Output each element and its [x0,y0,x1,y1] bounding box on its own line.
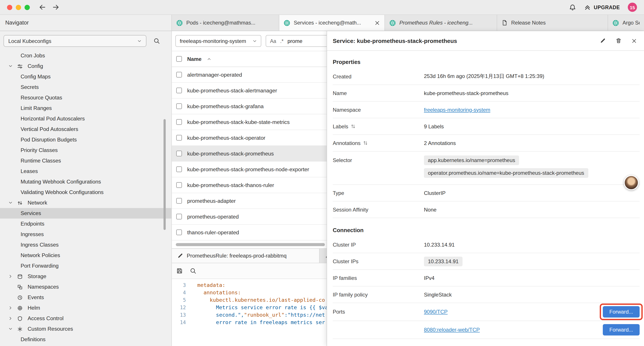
row-checkbox[interactable] [176,88,182,93]
back-icon[interactable] [38,3,46,11]
tab-label: Pods - icecheng@mathmas... [186,20,274,26]
sidebar-item-namespaces[interactable]: Namespaces [0,282,172,292]
sidebar-item-config[interactable]: Config [0,61,172,71]
sidebar-item-validating-webhook-configurations[interactable]: Validating Webhook Configurations [0,187,172,198]
edit-icon[interactable] [600,38,606,44]
tab-prometheus-rules-icecheng[interactable]: Prometheus Rules - icecheng... [385,15,497,31]
detail-row-name: Namekube-prometheus-stack-prometheus [333,85,640,102]
sort-toggle-icon[interactable] [363,141,368,145]
horizontal-scrollbar-thumb[interactable] [176,243,325,246]
sort-ascending-icon[interactable] [207,57,211,61]
regex-toggle[interactable]: .* [280,38,284,43]
sidebar-scrollbar[interactable] [164,119,166,230]
detail-label: Labels [333,123,424,129]
sidebar-item-events[interactable]: Events [0,292,172,303]
sidebar-item-horizontal-pod-autoscalers[interactable]: Horizontal Pod Autoscalers [0,113,172,124]
sidebar-item-network[interactable]: Network [0,198,172,208]
sidebar-item-resource-quotas[interactable]: Resource Quotas [0,92,172,103]
sidebar-item-access-control[interactable]: Access Control [0,313,172,324]
sidebar-item-services[interactable]: Services [0,208,172,219]
row-checkbox[interactable] [176,198,182,204]
line-number: 5 [172,297,191,304]
kubeconfig-selector[interactable]: Local Kubeconfigs [4,35,146,47]
close-window-button[interactable] [7,4,12,10]
chevron-expanded-icon[interactable] [8,64,14,68]
upgrade-button[interactable]: UPGRADE [584,4,620,11]
chevron-expanded-icon[interactable] [8,327,14,331]
detail-row-labels: Labels9 Labels [333,118,640,135]
assistant-avatar[interactable] [624,175,639,190]
notifications-bell-icon[interactable] [569,4,576,11]
sidebar-item-mutating-webhook-configurations[interactable]: Mutating Webhook Configurations [0,177,172,187]
sidebar-item-pod-disruption-budgets[interactable]: Pod Disruption Budgets [0,134,172,145]
sidebar-item-endpoints[interactable]: Endpoints [0,219,172,229]
row-checkbox[interactable] [176,151,182,156]
zoom-window-button[interactable] [24,4,30,10]
navigator-title: Navigator [5,20,29,26]
detail-row-cluster-ip: Cluster IP10.233.14.91 [333,237,640,253]
port-link[interactable]: 8080:reloader-web/TCP [424,327,480,333]
row-checkbox[interactable] [176,103,182,109]
tab-pods-icecheng-mathmas[interactable]: Pods - icecheng@mathmas... [172,15,279,31]
detail-row-ports: Ports9090/TCPForward... [333,303,640,321]
freeleaps-monitoring-system-link[interactable]: freeleaps-monitoring-system [424,107,490,113]
row-checkbox[interactable] [176,214,182,219]
sidebar-item-label: Leases [20,168,38,174]
row-checkbox[interactable] [176,135,182,141]
chevron-collapsed-icon[interactable] [8,306,14,310]
sidebar-item-helm[interactable]: Helm [0,303,172,313]
tab-argo-se[interactable]: Argo Se [608,15,644,31]
code-text: error rate in freeleaps metrics ser [191,319,325,326]
sidebar-item-vertical-pod-autoscalers[interactable]: Vertical Pod Autoscalers [0,124,172,134]
port-link[interactable]: 9090/TCP [424,309,448,315]
sort-toggle-icon[interactable] [351,124,356,129]
chevron-expanded-icon[interactable] [8,201,14,205]
detail-row-created: Created253d 16h 6m ago (2025年1月13日 GMT+8… [333,68,640,85]
navigator-header: Navigator [0,15,172,31]
sidebar-item-definitions[interactable]: Definitions [0,334,172,345]
editor-search-icon[interactable] [190,268,196,274]
notification-count-badge[interactable]: 15 [628,3,637,12]
sidebar-item-port-forwarding[interactable]: Port Forwarding [0,261,172,271]
forward-button[interactable]: Forward... [603,324,640,336]
sidebar-item-network-policies[interactable]: Network Policies [0,250,172,261]
detail-label: Namespace [333,107,424,113]
dock-tab-prometheusrule-freeleaps-prod-rabbitmq[interactable]: PrometheusRule: freeleaps-prod-rabbitmq [172,249,320,263]
sidebar-item-ingresses[interactable]: Ingresses [0,229,172,240]
sidebar-item-storage[interactable]: Storage [0,271,172,282]
forward-button[interactable]: Forward... [603,306,640,318]
sidebar-item-leases[interactable]: Leases [0,166,172,177]
tab-release-notes[interactable]: Release Notes [497,15,608,31]
detail-label: Ports [333,309,424,315]
row-checkbox[interactable] [176,166,182,172]
service-name: kube-prometheus-stack-thanos-ruler [187,182,274,188]
close-icon[interactable] [631,38,637,44]
sidebar-item-ingress-classes[interactable]: Ingress Classes [0,240,172,250]
sidebar-item-runtime-classes[interactable]: Runtime Classes [0,155,172,166]
delete-icon[interactable] [616,38,622,44]
save-icon[interactable] [176,268,183,274]
events-icon [17,295,25,300]
name-column-header[interactable]: Name [187,56,202,62]
match-case-toggle[interactable]: Aa [270,38,276,43]
close-tab-icon[interactable] [374,20,380,26]
sidebar-search-icon[interactable] [154,38,160,44]
forward-icon[interactable] [52,3,60,11]
row-checkbox[interactable] [176,230,182,235]
sidebar-item-cron-jobs[interactable]: Cron Jobs [0,50,172,61]
sidebar-item-priority-classes[interactable]: Priority Classes [0,145,172,155]
detail-row-session-affinity: Session AffinityNone [333,201,640,218]
sidebar-item-custom-resources[interactable]: Custom Resources [0,324,172,334]
namespace-filter-select[interactable]: freeleaps-monitoring-system [175,35,261,47]
sidebar-item-config-maps[interactable]: Config Maps [0,71,172,82]
chevron-collapsed-icon[interactable] [8,274,14,279]
row-checkbox[interactable] [176,182,182,188]
row-checkbox[interactable] [176,72,182,77]
sidebar-item-limit-ranges[interactable]: Limit Ranges [0,103,172,113]
tab-services-icecheng-math[interactable]: Services - icecheng@math... [279,15,385,31]
minimize-window-button[interactable] [16,4,21,10]
chevron-collapsed-icon[interactable] [8,316,14,321]
select-all-checkbox[interactable] [176,56,182,62]
row-checkbox[interactable] [176,119,182,125]
sidebar-item-secrets[interactable]: Secrets [0,82,172,92]
